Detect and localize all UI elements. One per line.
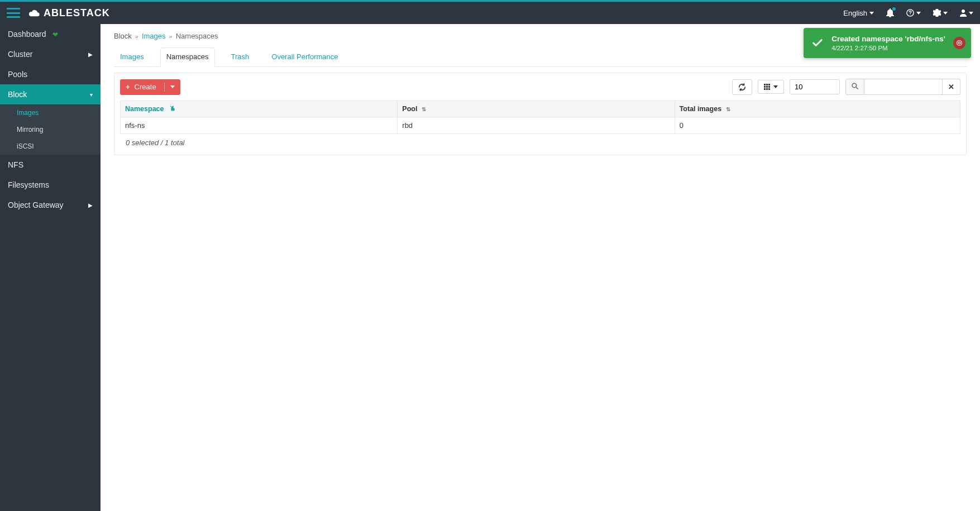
tab-namespaces[interactable]: Namespaces xyxy=(160,47,215,67)
sort-icon: ⇅ xyxy=(422,106,426,112)
brand-text: ABLESTACK xyxy=(44,7,110,19)
cloud-icon xyxy=(28,9,40,17)
tab-trash[interactable]: Trash xyxy=(225,47,256,67)
create-button[interactable]: + Create xyxy=(120,79,180,95)
notification-dot xyxy=(892,7,896,11)
page-size-input[interactable] xyxy=(790,79,840,94)
sidebar-item-label: NFS xyxy=(8,160,23,169)
top-navbar: ABLESTACK English xyxy=(0,2,980,24)
plus-icon: + xyxy=(126,83,130,91)
sidebar-item-dashboard[interactable]: Dashboard ❤ xyxy=(0,24,101,44)
user-icon xyxy=(960,9,967,17)
caret-down-icon xyxy=(869,12,874,15)
column-header-label: Namespace xyxy=(125,105,164,113)
main-content: Block » Images » Namespaces Images Names… xyxy=(101,24,980,511)
chevron-down-icon: ▾ xyxy=(90,92,93,98)
cell-pool: rbd xyxy=(398,117,675,134)
tab-images[interactable]: Images xyxy=(114,47,150,67)
svg-point-2 xyxy=(962,9,965,13)
search-icon xyxy=(845,79,864,95)
grid-icon xyxy=(764,84,770,90)
sidebar-item-label: Object Gateway xyxy=(8,200,64,209)
gear-icon xyxy=(933,9,941,17)
table-footer-status: 0 selected / 1 total xyxy=(120,134,960,151)
sidebar-item-pools[interactable]: Pools xyxy=(0,64,101,84)
toast-title: Created namespace 'rbd/nfs-ns' xyxy=(831,35,945,43)
chevron-right-icon: ▶ xyxy=(88,202,93,208)
svg-point-3 xyxy=(852,83,857,88)
sidebar-item-cluster[interactable]: Cluster ▶ xyxy=(0,44,101,64)
question-circle-icon xyxy=(906,9,914,17)
sidebar-item-filesystems[interactable]: Filesystems xyxy=(0,175,101,195)
user-menu[interactable] xyxy=(960,9,973,17)
svg-point-1 xyxy=(910,15,910,15)
notifications-bell-icon[interactable] xyxy=(886,8,894,17)
refresh-icon xyxy=(738,83,746,91)
chevron-right-icon: ▶ xyxy=(88,51,93,58)
create-button-label: Create xyxy=(135,83,156,91)
check-icon xyxy=(810,36,825,50)
search-input[interactable] xyxy=(864,79,943,95)
caret-down-icon xyxy=(916,12,921,15)
toast-badge[interactable] xyxy=(953,37,965,49)
caret-down-icon xyxy=(170,85,175,88)
breadcrumb-separator: » xyxy=(169,33,173,40)
breadcrumb-separator: » xyxy=(135,33,138,40)
settings-menu[interactable] xyxy=(933,9,948,17)
caret-down-icon xyxy=(969,12,973,15)
toast-timestamp: 4/22/21 2:27:50 PM xyxy=(831,45,945,51)
heartbeat-icon: ❤ xyxy=(52,31,58,39)
sidebar-item-label: Block xyxy=(8,90,27,99)
sidebar-item-label: Dashboard xyxy=(8,30,46,39)
caret-down-icon xyxy=(943,12,948,15)
breadcrumb-root: Block xyxy=(114,32,132,40)
cell-namespace: nfs-ns xyxy=(121,117,398,134)
sidebar-item-label: Pools xyxy=(8,70,27,79)
sidebar: Dashboard ❤ Cluster ▶ Pools Block ▾ Imag… xyxy=(0,24,101,511)
column-header-namespace[interactable]: Namespace xyxy=(121,101,398,117)
sort-icon: ⇅ xyxy=(726,106,730,112)
svg-point-4 xyxy=(957,41,962,46)
sidebar-item-label: Filesystems xyxy=(8,180,49,189)
sidebar-item-label: Mirroring xyxy=(17,126,43,133)
breadcrumb-current: Namespaces xyxy=(176,32,218,40)
sidebar-item-label: iSCSI xyxy=(17,142,34,150)
breadcrumb-link-images[interactable]: Images xyxy=(142,32,166,40)
help-menu[interactable] xyxy=(906,9,921,17)
table-toolbar: + Create xyxy=(120,79,960,95)
namespaces-panel: + Create xyxy=(114,73,967,155)
sidebar-item-object-gateway[interactable]: Object Gateway ▶ xyxy=(0,195,101,215)
columns-toggle-button[interactable] xyxy=(758,80,784,94)
language-selector[interactable]: English xyxy=(843,9,874,17)
sort-ascending-icon xyxy=(170,106,176,111)
search-clear-button[interactable]: ✕ xyxy=(943,79,960,95)
namespaces-table: Namespace Pool ⇅ Total images xyxy=(120,101,960,134)
refresh-button[interactable] xyxy=(732,79,752,95)
table-row[interactable]: nfs-ns rbd 0 xyxy=(121,117,960,134)
language-label: English xyxy=(843,9,867,17)
button-split-divider xyxy=(164,83,165,92)
column-header-pool[interactable]: Pool ⇅ xyxy=(398,101,675,117)
column-header-label: Total images xyxy=(680,105,721,113)
caret-down-icon xyxy=(773,85,778,88)
cell-total-images: 0 xyxy=(675,117,960,134)
close-icon: ✕ xyxy=(948,83,954,91)
sidebar-subitem-iscsi[interactable]: iSCSI xyxy=(0,138,101,155)
column-header-total-images[interactable]: Total images ⇅ xyxy=(675,101,960,117)
tab-overall-performance[interactable]: Overall Performance xyxy=(265,47,344,67)
column-header-label: Pool xyxy=(402,105,417,113)
sidebar-subitem-mirroring[interactable]: Mirroring xyxy=(0,121,101,138)
success-toast[interactable]: Created namespace 'rbd/nfs-ns' 4/22/21 2… xyxy=(804,28,971,58)
svg-point-5 xyxy=(958,42,960,44)
sidebar-item-label: Images xyxy=(17,109,39,117)
brand-logo[interactable]: ABLESTACK xyxy=(28,7,110,19)
target-icon xyxy=(956,40,963,46)
hamburger-menu-icon[interactable] xyxy=(7,8,20,18)
sidebar-item-label: Cluster xyxy=(8,50,32,59)
sidebar-subitem-images[interactable]: Images xyxy=(0,104,101,121)
sidebar-item-nfs[interactable]: NFS xyxy=(0,155,101,175)
sidebar-item-block[interactable]: Block ▾ xyxy=(0,84,101,104)
